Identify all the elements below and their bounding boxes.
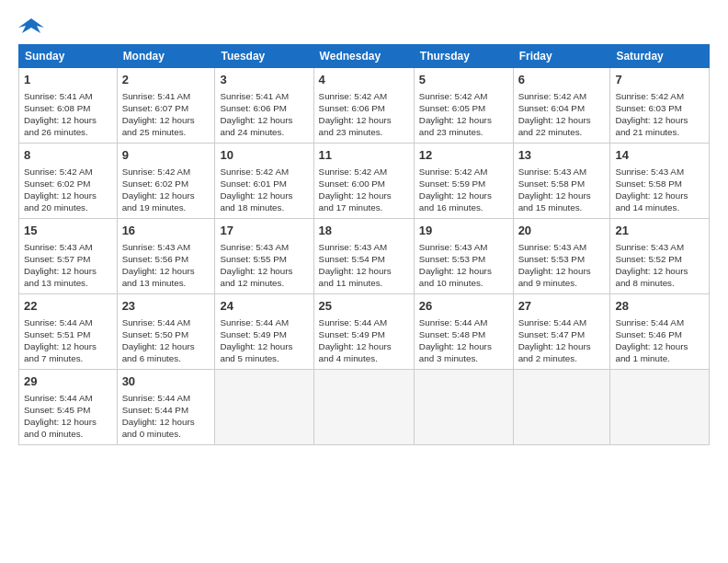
day-cell: 14Sunrise: 5:43 AM Sunset: 5:58 PM Dayli… xyxy=(610,144,710,219)
day-cell: 12Sunrise: 5:42 AM Sunset: 5:59 PM Dayli… xyxy=(414,144,513,219)
day-cell: 16Sunrise: 5:43 AM Sunset: 5:56 PM Dayli… xyxy=(117,219,215,294)
day-info: Sunrise: 5:43 AM Sunset: 5:56 PM Dayligh… xyxy=(122,241,210,290)
day-info: Sunrise: 5:42 AM Sunset: 6:00 PM Dayligh… xyxy=(319,166,409,214)
day-cell: 30Sunrise: 5:44 AM Sunset: 5:44 PM Dayli… xyxy=(117,370,215,445)
day-cell xyxy=(313,370,414,445)
day-info: Sunrise: 5:44 AM Sunset: 5:47 PM Dayligh… xyxy=(518,316,606,365)
day-info: Sunrise: 5:43 AM Sunset: 5:57 PM Dayligh… xyxy=(24,241,112,290)
day-info: Sunrise: 5:44 AM Sunset: 5:44 PM Dayligh… xyxy=(122,392,210,441)
col-header-sunday: Sunday xyxy=(19,45,118,68)
day-cell: 27Sunrise: 5:44 AM Sunset: 5:47 PM Dayli… xyxy=(513,294,610,370)
day-cell: 5Sunrise: 5:42 AM Sunset: 6:05 PM Daylig… xyxy=(414,68,513,144)
day-cell: 26Sunrise: 5:44 AM Sunset: 5:48 PM Dayli… xyxy=(414,294,513,370)
day-info: Sunrise: 5:44 AM Sunset: 5:46 PM Dayligh… xyxy=(615,316,704,365)
col-header-monday: Monday xyxy=(117,45,215,68)
day-info: Sunrise: 5:43 AM Sunset: 5:53 PM Dayligh… xyxy=(419,241,508,290)
calendar-table: SundayMondayTuesdayWednesdayThursdayFrid… xyxy=(18,44,710,445)
day-info: Sunrise: 5:43 AM Sunset: 5:55 PM Dayligh… xyxy=(220,241,308,290)
day-number: 30 xyxy=(122,373,210,390)
col-header-friday: Friday xyxy=(513,45,610,68)
day-info: Sunrise: 5:42 AM Sunset: 6:03 PM Dayligh… xyxy=(615,90,704,139)
day-cell xyxy=(610,370,710,445)
day-cell: 23Sunrise: 5:44 AM Sunset: 5:50 PM Dayli… xyxy=(117,294,215,370)
day-info: Sunrise: 5:43 AM Sunset: 5:53 PM Dayligh… xyxy=(518,241,606,290)
day-cell: 15Sunrise: 5:43 AM Sunset: 5:57 PM Dayli… xyxy=(19,219,118,294)
day-cell: 24Sunrise: 5:44 AM Sunset: 5:49 PM Dayli… xyxy=(215,294,313,370)
week-row-4: 22Sunrise: 5:44 AM Sunset: 5:51 PM Dayli… xyxy=(19,294,710,370)
col-header-tuesday: Tuesday xyxy=(215,45,313,68)
day-cell xyxy=(513,370,610,445)
day-number: 3 xyxy=(220,72,308,88)
header xyxy=(18,15,710,37)
day-info: Sunrise: 5:42 AM Sunset: 6:04 PM Dayligh… xyxy=(518,90,606,139)
day-cell: 6Sunrise: 5:42 AM Sunset: 6:04 PM Daylig… xyxy=(513,68,610,144)
day-number: 9 xyxy=(122,147,210,164)
day-cell: 29Sunrise: 5:44 AM Sunset: 5:45 PM Dayli… xyxy=(19,370,118,445)
day-info: Sunrise: 5:44 AM Sunset: 5:48 PM Dayligh… xyxy=(419,316,508,365)
day-info: Sunrise: 5:43 AM Sunset: 5:52 PM Dayligh… xyxy=(615,241,704,290)
day-cell: 1Sunrise: 5:41 AM Sunset: 6:08 PM Daylig… xyxy=(19,68,118,144)
week-row-2: 8Sunrise: 5:42 AM Sunset: 6:02 PM Daylig… xyxy=(19,144,710,219)
day-cell: 2Sunrise: 5:41 AM Sunset: 6:07 PM Daylig… xyxy=(117,68,215,144)
day-info: Sunrise: 5:43 AM Sunset: 5:58 PM Dayligh… xyxy=(615,166,704,214)
week-row-5: 29Sunrise: 5:44 AM Sunset: 5:45 PM Dayli… xyxy=(19,370,710,445)
day-number: 12 xyxy=(419,147,508,164)
day-info: Sunrise: 5:41 AM Sunset: 6:08 PM Dayligh… xyxy=(24,90,112,139)
day-cell: 28Sunrise: 5:44 AM Sunset: 5:46 PM Dayli… xyxy=(610,294,710,370)
day-info: Sunrise: 5:42 AM Sunset: 5:59 PM Dayligh… xyxy=(419,166,508,214)
col-header-wednesday: Wednesday xyxy=(313,45,414,68)
day-cell: 8Sunrise: 5:42 AM Sunset: 6:02 PM Daylig… xyxy=(19,144,118,219)
day-info: Sunrise: 5:42 AM Sunset: 6:01 PM Dayligh… xyxy=(220,166,308,214)
day-cell: 3Sunrise: 5:41 AM Sunset: 6:06 PM Daylig… xyxy=(215,68,313,144)
day-info: Sunrise: 5:44 AM Sunset: 5:50 PM Dayligh… xyxy=(122,316,210,365)
day-number: 16 xyxy=(122,223,210,239)
week-row-1: 1Sunrise: 5:41 AM Sunset: 6:08 PM Daylig… xyxy=(19,68,710,144)
day-number: 11 xyxy=(319,147,409,164)
day-cell: 10Sunrise: 5:42 AM Sunset: 6:01 PM Dayli… xyxy=(215,144,313,219)
day-cell: 19Sunrise: 5:43 AM Sunset: 5:53 PM Dayli… xyxy=(414,219,513,294)
day-cell: 13Sunrise: 5:43 AM Sunset: 5:58 PM Dayli… xyxy=(513,144,610,219)
day-number: 14 xyxy=(615,147,704,164)
col-header-saturday: Saturday xyxy=(610,45,710,68)
logo xyxy=(18,15,48,37)
day-number: 21 xyxy=(615,223,704,239)
day-info: Sunrise: 5:43 AM Sunset: 5:54 PM Dayligh… xyxy=(319,241,409,290)
svg-marker-0 xyxy=(18,18,44,33)
day-info: Sunrise: 5:42 AM Sunset: 6:02 PM Dayligh… xyxy=(24,166,112,214)
day-number: 7 xyxy=(615,72,704,88)
day-cell: 21Sunrise: 5:43 AM Sunset: 5:52 PM Dayli… xyxy=(610,219,710,294)
day-number: 8 xyxy=(24,147,112,164)
day-number: 20 xyxy=(518,223,606,239)
day-cell: 20Sunrise: 5:43 AM Sunset: 5:53 PM Dayli… xyxy=(513,219,610,294)
day-number: 17 xyxy=(220,223,308,239)
day-number: 26 xyxy=(419,298,508,315)
day-number: 5 xyxy=(419,72,508,88)
day-number: 25 xyxy=(319,298,409,315)
col-header-thursday: Thursday xyxy=(414,45,513,68)
day-number: 1 xyxy=(24,72,112,88)
day-number: 28 xyxy=(615,298,704,315)
day-info: Sunrise: 5:42 AM Sunset: 6:02 PM Dayligh… xyxy=(122,166,210,214)
day-cell: 9Sunrise: 5:42 AM Sunset: 6:02 PM Daylig… xyxy=(117,144,215,219)
day-info: Sunrise: 5:44 AM Sunset: 5:45 PM Dayligh… xyxy=(24,392,112,441)
day-number: 22 xyxy=(24,298,112,315)
day-cell: 4Sunrise: 5:42 AM Sunset: 6:06 PM Daylig… xyxy=(313,68,414,144)
day-number: 19 xyxy=(419,223,508,239)
day-cell: 11Sunrise: 5:42 AM Sunset: 6:00 PM Dayli… xyxy=(313,144,414,219)
day-number: 13 xyxy=(518,147,606,164)
day-number: 27 xyxy=(518,298,606,315)
calendar-header-row: SundayMondayTuesdayWednesdayThursdayFrid… xyxy=(19,45,710,68)
day-cell xyxy=(414,370,513,445)
day-info: Sunrise: 5:42 AM Sunset: 6:05 PM Dayligh… xyxy=(419,90,508,139)
day-number: 4 xyxy=(319,72,409,88)
day-info: Sunrise: 5:42 AM Sunset: 6:06 PM Dayligh… xyxy=(319,90,409,139)
logo-icon xyxy=(18,15,44,37)
day-cell: 22Sunrise: 5:44 AM Sunset: 5:51 PM Dayli… xyxy=(19,294,118,370)
day-info: Sunrise: 5:41 AM Sunset: 6:06 PM Dayligh… xyxy=(220,90,308,139)
day-info: Sunrise: 5:41 AM Sunset: 6:07 PM Dayligh… xyxy=(122,90,210,139)
day-info: Sunrise: 5:43 AM Sunset: 5:58 PM Dayligh… xyxy=(518,166,606,214)
day-number: 23 xyxy=(122,298,210,315)
day-number: 29 xyxy=(24,373,112,390)
day-cell: 17Sunrise: 5:43 AM Sunset: 5:55 PM Dayli… xyxy=(215,219,313,294)
day-number: 18 xyxy=(319,223,409,239)
